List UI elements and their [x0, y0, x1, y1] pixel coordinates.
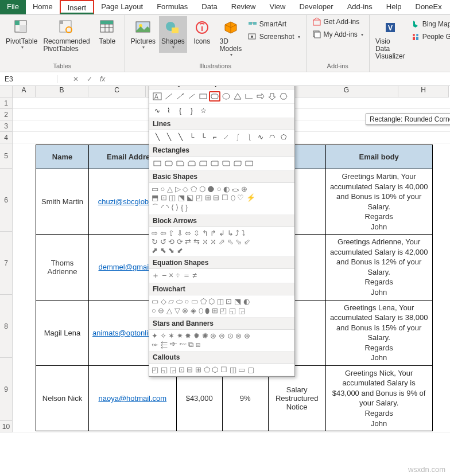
tab-pagelayout[interactable]: Page Layout	[94, 0, 150, 14]
tab-doneex[interactable]: DoneEx	[409, 0, 449, 14]
triangle-shape-icon[interactable]	[232, 91, 243, 102]
rectangle-shape-icon[interactable]	[197, 91, 209, 102]
curve3-icon[interactable]: ⎱	[243, 132, 255, 142]
enter-formula-button[interactable]: ✓	[83, 75, 96, 83]
svg-rect-18	[253, 22, 257, 25]
hexagon-shape-icon[interactable]	[278, 91, 289, 102]
illustrations-group-label: Illustrations	[129, 63, 302, 71]
arrow-down-icon[interactable]	[266, 91, 278, 102]
pivottable-button[interactable]: PivotTable	[3, 16, 40, 53]
rect3-icon[interactable]	[174, 158, 186, 169]
col-header-c[interactable]: C	[88, 86, 146, 97]
row-header-8[interactable]: 8	[0, 295, 13, 358]
my-addins-button[interactable]: My Add-ins	[310, 29, 366, 40]
rect8-icon[interactable]	[232, 158, 243, 169]
peoplegraph-button[interactable]: People Graph	[409, 31, 450, 42]
line2-icon[interactable]: ╲	[163, 132, 174, 142]
col-header-b[interactable]: B	[36, 86, 88, 97]
pivottable-icon	[13, 18, 31, 37]
cancel-formula-button[interactable]: ✕	[69, 75, 83, 83]
freeform2-icon[interactable]: ◠	[266, 132, 278, 142]
rect6-icon[interactable]	[209, 158, 220, 169]
curve-icon[interactable]: ∿	[152, 106, 163, 116]
tab-developer[interactable]: Developer	[292, 0, 340, 14]
line-shape-icon[interactable]	[163, 91, 174, 102]
lbrace-icon[interactable]: {	[174, 106, 186, 116]
tab-review[interactable]: Review	[224, 0, 263, 14]
scribble-icon[interactable]: ∿	[255, 132, 266, 142]
tab-help[interactable]: Help	[379, 0, 409, 14]
line3-icon[interactable]: ╲	[174, 132, 186, 142]
cell-name[interactable]: Magil Lena	[36, 300, 89, 365]
cell-name[interactable]: Nelson Nick	[36, 365, 89, 431]
tab-formulas[interactable]: Formulas	[150, 0, 195, 14]
tab-home[interactable]: Home	[26, 0, 60, 14]
email-link[interactable]: naoya@hotmail.com	[98, 394, 166, 403]
star-icon[interactable]: ☆	[197, 106, 209, 116]
curve2-icon[interactable]: ⎰	[232, 132, 243, 142]
row-header-9[interactable]: 9	[0, 358, 13, 421]
table-button[interactable]: Table	[94, 16, 121, 48]
cell-body[interactable]: Greetings Lena, Your accumulated Salary …	[325, 300, 432, 365]
col-header-g[interactable]: G	[295, 86, 398, 97]
tab-file[interactable]: File	[0, 0, 26, 14]
cell-body[interactable]: Greetings Martin, Your accumulated Salar…	[325, 169, 432, 235]
tab-view[interactable]: View	[262, 0, 292, 14]
textbox-shape-icon[interactable]: A	[152, 91, 163, 102]
double-arrow-line-icon[interactable]	[186, 91, 197, 102]
elbow-icon[interactable]: └	[186, 132, 197, 142]
row-header-6[interactable]: 6	[0, 169, 13, 232]
fx-label[interactable]: fx	[96, 75, 108, 83]
arrow-right-icon[interactable]	[255, 91, 266, 102]
tab-insert[interactable]: Insert	[60, 0, 95, 14]
rect4-icon[interactable]	[186, 158, 197, 169]
tab-addins[interactable]: Add-ins	[340, 0, 379, 14]
recommended-pivottables-button[interactable]: Recommended PivotTables	[41, 16, 92, 55]
row-header-7[interactable]: 7	[0, 232, 13, 295]
select-all-corner[interactable]	[0, 86, 13, 97]
visio-button[interactable]: V Visio Data Visualizer	[373, 16, 408, 63]
tab-data[interactable]: Data	[195, 0, 224, 14]
freeform3-icon[interactable]: ⬠	[278, 132, 289, 142]
col-header-a[interactable]: A	[13, 86, 36, 97]
rect1-icon[interactable]	[152, 158, 163, 169]
elbow2-icon[interactable]: └	[197, 132, 209, 142]
row-header-3[interactable]: 3	[0, 120, 13, 132]
ribbon-tabs: File Home Insert Page Layout Formulas Da…	[0, 0, 450, 15]
rect2-icon[interactable]	[163, 158, 174, 169]
row-header-5[interactable]: 5	[0, 143, 13, 169]
cell-name[interactable]: Smith Martin	[36, 169, 89, 235]
row-header-2[interactable]: 2	[0, 109, 13, 120]
arrow-line-icon[interactable]	[174, 91, 186, 102]
cell-body[interactable]: Greetings Nick, Your accumulated Salary …	[325, 365, 432, 431]
pictures-button[interactable]: Pictures	[129, 16, 158, 53]
bingmaps-button[interactable]: Bing Maps	[409, 18, 450, 30]
get-addins-button[interactable]: Get Add-ins	[310, 16, 366, 28]
elbow3-icon[interactable]: ⌐	[209, 132, 220, 142]
basic-shapes-row: ▭ ○ △ ▷ ◇ ⬠ ⬡ ⯃ ○ ◐ ⬭ ⊕ ⬒ ⊡ ◫ ⬔ ⬕ ◰ ⊞ ⊟ …	[149, 183, 294, 215]
worksheet-area[interactable]: A B C G H 1 2 3 4 5 6 7 8 9 10 Name Emai…	[0, 86, 450, 476]
icons-button[interactable]: Icons	[188, 16, 216, 48]
row-header-4[interactable]: 4	[0, 132, 13, 143]
line-icon[interactable]: ╲	[152, 132, 163, 142]
cell-body[interactable]: Greetings Adrienne, Your accumulated Sal…	[325, 235, 432, 300]
rect9-icon[interactable]	[243, 158, 255, 169]
curve1-icon[interactable]: ⟋	[220, 132, 232, 142]
rbrace-icon[interactable]: }	[186, 106, 197, 116]
oval-shape-icon[interactable]	[220, 91, 232, 102]
smartart-button[interactable]: SmartArt	[246, 18, 302, 30]
3d-models-button[interactable]: 3D Models	[217, 16, 245, 60]
row-header-10[interactable]: 10	[0, 421, 13, 432]
shapes-button[interactable]: Shapes	[159, 16, 187, 53]
row-header-1[interactable]: 1	[0, 97, 13, 109]
col-header-h[interactable]: H	[398, 86, 449, 97]
shapes-gallery-dropdown[interactable]: Recently Used Shapes A ∿ ⌇ { } ☆ Lines ╲…	[149, 86, 295, 377]
rect5-icon[interactable]	[197, 158, 209, 169]
freeform-icon[interactable]: ⌇	[163, 106, 174, 116]
rounded-rectangle-shape-icon[interactable]	[209, 91, 220, 102]
rect7-icon[interactable]	[220, 158, 232, 169]
name-box[interactable]: E3	[0, 75, 57, 83]
screenshot-button[interactable]: Screenshot	[246, 31, 302, 42]
cell-name[interactable]: Thoms Adrienne	[36, 235, 89, 300]
connector-l-icon[interactable]	[243, 91, 255, 102]
